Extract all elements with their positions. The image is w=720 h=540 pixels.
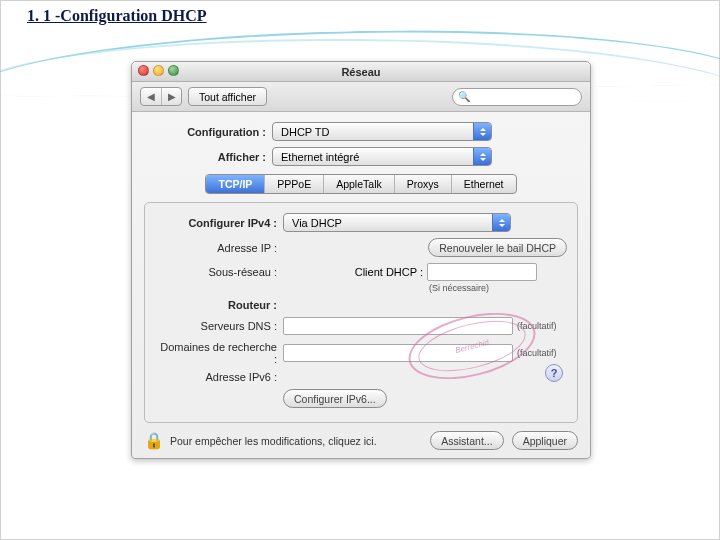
search-domains-input[interactable] — [283, 344, 513, 362]
chevron-updown-icon — [492, 214, 510, 231]
hint-optional-dns: (facultatif) — [517, 321, 557, 331]
config-ipv4-select[interactable]: Via DHCP — [283, 213, 511, 232]
label-dns: Serveurs DNS : — [155, 320, 283, 332]
tab-appletalk[interactable]: AppleTalk — [324, 175, 395, 193]
question-icon: ? — [551, 367, 558, 379]
label-router: Routeur : — [155, 299, 283, 311]
apply-button[interactable]: Appliquer — [512, 431, 578, 450]
minimize-icon[interactable] — [153, 65, 164, 76]
chevron-updown-icon — [473, 123, 491, 140]
lock-icon[interactable]: 🔒 — [144, 431, 164, 450]
dns-input[interactable] — [283, 317, 513, 335]
renew-lease-label: Renouveler le bail DHCP — [439, 242, 556, 254]
forward-button[interactable]: ▶ — [161, 88, 181, 105]
configure-ipv6-label: Configurer IPv6... — [294, 393, 376, 405]
window-title: Réseau — [341, 66, 380, 78]
hint-optional-search: (facultatif) — [517, 348, 557, 358]
search-icon: 🔍 — [458, 91, 470, 102]
tab-proxys[interactable]: Proxys — [395, 175, 452, 193]
tab-ethernet[interactable]: Ethernet — [452, 175, 516, 193]
tab-tcpip[interactable]: TCP/IP — [206, 175, 265, 193]
show-all-label: Tout afficher — [199, 91, 256, 103]
configure-ipv6-button[interactable]: Configurer IPv6... — [283, 389, 387, 408]
label-search-domains: Domaines de recherche : — [155, 341, 283, 365]
help-button[interactable]: ? — [545, 364, 563, 382]
show-all-button[interactable]: Tout afficher — [188, 87, 267, 106]
zoom-icon[interactable] — [168, 65, 179, 76]
chevron-updown-icon — [473, 148, 491, 165]
window-titlebar[interactable]: Réseau — [132, 62, 590, 82]
afficher-value: Ethernet intégré — [281, 151, 359, 163]
footer-bar: 🔒 Pour empêcher les modifications, cliqu… — [144, 431, 578, 450]
hint-client: (Si nécessaire) — [429, 283, 489, 293]
label-config-ipv4: Configurer IPv4 : — [155, 217, 283, 229]
tcpip-panel: Configurer IPv4 : Via DHCP Adresse IP : … — [144, 202, 578, 423]
configuration-select[interactable]: DHCP TD — [272, 122, 492, 141]
config-ipv4-value: Via DHCP — [292, 217, 342, 229]
toolbar: ◀ ▶ Tout afficher 🔍 — [132, 82, 590, 112]
lock-text: Pour empêcher les modifications, cliquez… — [170, 435, 377, 447]
label-ip: Adresse IP : — [155, 242, 283, 254]
label-subnet: Sous-réseau : — [155, 266, 283, 278]
network-prefs-window: Réseau ◀ ▶ Tout afficher 🔍 Configuration… — [131, 61, 591, 459]
renew-lease-button[interactable]: Renouveler le bail DHCP — [428, 238, 567, 257]
label-ipv6: Adresse IPv6 : — [155, 371, 283, 383]
assistant-button[interactable]: Assistant... — [430, 431, 503, 450]
back-button[interactable]: ◀ — [141, 88, 161, 105]
afficher-select[interactable]: Ethernet intégré — [272, 147, 492, 166]
slide-title: 1. 1 -Configuration DHCP — [27, 7, 207, 25]
apply-label: Appliquer — [523, 435, 567, 447]
close-icon[interactable] — [138, 65, 149, 76]
label-client-dhcp: Client DHCP : — [353, 266, 423, 278]
tab-bar: TCP/IP PPPoE AppleTalk Proxys Ethernet — [205, 174, 516, 194]
window-controls — [138, 65, 179, 76]
search-input[interactable]: 🔍 — [452, 88, 582, 106]
configuration-value: DHCP TD — [281, 126, 330, 138]
nav-back-forward: ◀ ▶ — [140, 87, 182, 106]
client-dhcp-input[interactable] — [427, 263, 537, 281]
label-afficher: Afficher : — [144, 151, 272, 163]
assistant-label: Assistant... — [441, 435, 492, 447]
tab-pppoe[interactable]: PPPoE — [265, 175, 324, 193]
content-area: Configuration : DHCP TD Afficher : Ether… — [132, 112, 590, 458]
label-configuration: Configuration : — [144, 126, 272, 138]
slide-background: 1. 1 -Configuration DHCP Réseau ◀ ▶ Tout… — [0, 0, 720, 540]
